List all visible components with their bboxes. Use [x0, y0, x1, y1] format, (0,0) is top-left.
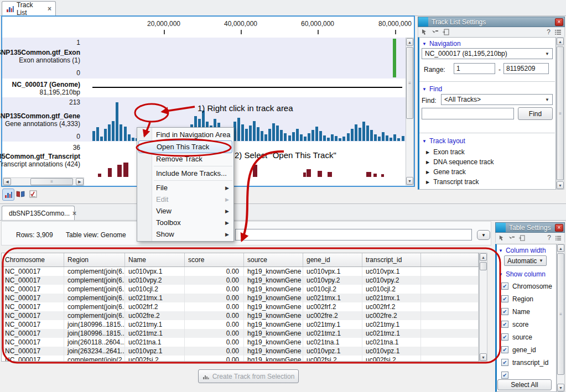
help-icon[interactable]: ? [547, 234, 551, 242]
scroll-up-icon[interactable]: ▲ [406, 38, 413, 46]
find-button[interactable]: Find [518, 107, 553, 120]
horizontal-scrollbar[interactable]: ◀ ≡ ▶ [3, 177, 84, 186]
table-row[interactable]: NC_000017complement(join(2...uc002fsj.20… [2, 356, 479, 362]
checkbox-name[interactable]: ✔ [501, 308, 508, 315]
scrollbar-thumb[interactable]: ≡ [406, 47, 413, 119]
book-view-mode-button[interactable] [15, 189, 26, 200]
scroll-up-icon[interactable]: ▲ [557, 38, 564, 45]
column-header-score[interactable]: score [185, 253, 244, 266]
table-row[interactable]: NC_000017complement(join(6...uc021tmx.10… [2, 294, 479, 302]
close-icon[interactable]: × [555, 18, 563, 26]
filter-options-button[interactable]: ▼ [477, 230, 490, 240]
layout-item-transcript-track[interactable]: ▶Transcript track [426, 177, 494, 187]
checkbox-score[interactable]: ✔ [501, 321, 508, 328]
checkbox-chromosome[interactable]: ✔ [501, 283, 508, 290]
menu-item-remove-track[interactable]: Remove Track [137, 153, 233, 165]
report-view-mode-button[interactable] [28, 189, 39, 200]
column-header-source[interactable]: source [244, 253, 303, 266]
exon-track[interactable]: 1 bSNP135Common.gtf_Exon Exon annotation… [2, 38, 406, 79]
table-row[interactable]: NC_000017join(263234..2641...uc010vpz.10… [2, 347, 479, 356]
help-icon[interactable]: ? [547, 28, 551, 36]
select-all-button[interactable]: Select All [497, 379, 552, 390]
vertical-scrollbar[interactable]: ▲ ≡ ▼ [406, 38, 414, 185]
scroll-right-icon[interactable]: ▶ [76, 178, 84, 185]
column-width-section-header[interactable]: ▼ Column width [499, 247, 546, 254]
checkbox-gene-id[interactable]: ✔ [501, 346, 508, 353]
checkbox-transcript-id[interactable]: ✔ [501, 359, 508, 366]
column-header-chromosome[interactable]: Chromosome [2, 253, 64, 266]
menu-item-file[interactable]: File▶ [137, 182, 233, 194]
table-row[interactable]: NC_000017join(260118..2604...uc021tna.10… [2, 338, 479, 347]
column-header-transcript_id[interactable]: transcript_id [362, 253, 421, 266]
cursor-drag-icon[interactable] [508, 235, 515, 241]
close-icon[interactable]: × [72, 211, 76, 216]
scroll-left-icon[interactable]: ◀ [3, 178, 11, 185]
scroll-up-icon[interactable]: ▲ [557, 244, 564, 252]
gene-bar [355, 124, 357, 141]
table-settings-scrollbar[interactable]: ▲ ≡ ▼ [557, 244, 565, 392]
apply-panel-icon[interactable] [518, 235, 525, 241]
track-layout-section-header[interactable]: ▼ Track layout [422, 137, 465, 145]
close-icon[interactable]: × [555, 224, 563, 232]
table-row[interactable]: NC_000017complement(join(6...uc010vpx.10… [2, 267, 479, 276]
find-scope-dropdown[interactable]: <All Tracks> ▼ [441, 94, 553, 105]
create-track-button[interactable]: Create Track from Selection [198, 369, 299, 383]
sequence-dropdown[interactable]: NC_000017 (81,195,210bp) ▼ [422, 48, 553, 59]
table-row[interactable]: NC_000017join(180996..1815...uc021tmz.10… [2, 329, 479, 338]
range-from-input[interactable]: 1 [454, 63, 495, 74]
menu-item-edit[interactable]: Edit▶ [137, 194, 233, 205]
scrollbar-thumb[interactable] [480, 262, 487, 270]
scrollbar-thumb[interactable]: ≡ [557, 46, 564, 180]
genome-track[interactable]: NC_000017 (Genome) 81,195,210bp [2, 79, 406, 97]
menu-item-show[interactable]: Show▶ [137, 228, 233, 240]
table-row[interactable]: NC_000017complement(join(6...uc010vpy.20… [2, 276, 479, 285]
column-header-region[interactable]: Region [64, 253, 125, 266]
menu-list-icon[interactable] [555, 235, 562, 241]
layout-item-gene-track[interactable]: ▶Gene track [426, 167, 494, 177]
column-width-dropdown[interactable]: Automatic ▼ [504, 255, 547, 266]
table-row[interactable]: NC_000017complement(join(6...uc010cjl.20… [2, 285, 479, 294]
menu-item-find-in-navigation-area[interactable]: Find in Navigation Area [137, 129, 233, 140]
layout-item-label: Exon track [433, 148, 465, 156]
menu-list-icon[interactable] [554, 29, 562, 35]
menu-item-toolbox[interactable]: Toolbox▶ [137, 217, 233, 228]
cursor-icon[interactable] [499, 235, 505, 241]
table-cell: uc021tmy.1 [303, 320, 362, 329]
scroll-down-icon[interactable]: ▼ [406, 177, 413, 185]
checkbox-region[interactable]: ✔ [501, 295, 508, 302]
scroll-down-icon[interactable]: ▼ [557, 181, 564, 189]
layout-item-label: Transcript track [433, 178, 479, 186]
column-header-name[interactable]: Name [125, 253, 185, 266]
table-scrollbar[interactable]: ▲ ▼ [479, 253, 487, 362]
menu-item-include-more-tracks[interactable]: Include More Tracks... [137, 168, 233, 179]
layout-item-dna-sequence-track[interactable]: ▶DNA sequence track [426, 157, 494, 167]
scroll-up-icon[interactable]: ▲ [480, 253, 487, 261]
range-to-input[interactable]: 81195209 [503, 63, 549, 74]
menu-item-open-this-track[interactable]: Open This Track [138, 140, 232, 153]
menu-item-view[interactable]: View▶ [137, 205, 233, 217]
tab-track-list[interactable]: Track List × [2, 1, 56, 15]
apply-panel-icon[interactable] [442, 29, 449, 35]
table-row[interactable]: NC_000017join(180996..1815...uc021tmy.10… [2, 320, 479, 329]
find-input[interactable] [422, 108, 514, 119]
filter-input[interactable] [235, 229, 472, 241]
scrollbar-thumb[interactable]: ≡ [30, 178, 73, 185]
table-row[interactable]: NC_000017complement(join(6...uc002frf.20… [2, 302, 479, 311]
column-header-gene_id[interactable]: gene_id [303, 253, 362, 266]
show-column-section-header[interactable]: ▼ Show column [499, 270, 546, 278]
cursor-drag-icon[interactable] [432, 29, 438, 35]
settings-scrollbar[interactable]: ▲ ≡ ▼ [556, 37, 564, 190]
tab-dbsnp-table[interactable]: dbSNP135Commo... × [2, 206, 75, 220]
navigation-section-header[interactable]: ▼ Navigation [422, 40, 461, 48]
checkbox-source[interactable]: ✔ [501, 333, 508, 341]
cursor-icon[interactable] [421, 29, 428, 35]
track-view-mode-button[interactable] [2, 189, 14, 201]
table-row[interactable]: NC_000017complement(join(6...uc002fre.20… [2, 311, 479, 320]
find-section-header[interactable]: ▼ Find [422, 85, 442, 93]
layout-item-exon-track[interactable]: ▶Exon track [426, 147, 494, 157]
scroll-down-icon[interactable]: ▼ [557, 384, 564, 391]
close-icon[interactable]: × [48, 6, 51, 12]
scroll-down-icon[interactable]: ▼ [480, 353, 487, 361]
checkbox-extra[interactable]: ✔ [501, 372, 508, 379]
scrollbar-thumb[interactable]: ≡ [557, 253, 564, 375]
